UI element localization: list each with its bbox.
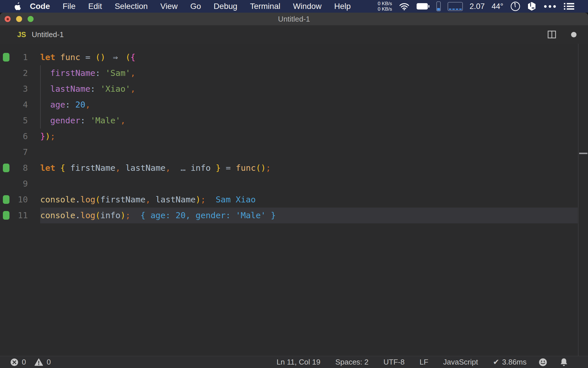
status-bar: 0 0 Ln 11, Col 19 Spaces: 2 UTF-8 LF Jav… xyxy=(0,356,588,368)
code-line-7[interactable]: 7 xyxy=(0,144,588,160)
code-token: , xyxy=(146,195,150,204)
menu-item-view[interactable]: View xyxy=(160,2,178,11)
code-line-1[interactable]: 1let func = () ⇒ ({ xyxy=(0,49,588,65)
code-token: , xyxy=(115,163,120,173)
cursor-position[interactable]: Ln 11, Col 19 xyxy=(276,358,320,367)
code-line-8[interactable]: 8let { firstName, lastName, …info } = fu… xyxy=(0,160,588,176)
task-list-icon[interactable] xyxy=(564,2,574,10)
menu-item-edit[interactable]: Edit xyxy=(88,2,102,11)
code-token: : xyxy=(90,84,95,94)
menu-item-go[interactable]: Go xyxy=(190,2,201,11)
code-line-10[interactable]: 10console.log(firstName, lastName);Sam X… xyxy=(0,192,588,208)
code-token: log xyxy=(80,210,95,220)
code-token xyxy=(120,163,125,173)
menu-item-debug[interactable]: Debug xyxy=(214,2,237,11)
code-token: } xyxy=(216,163,220,173)
line-number[interactable]: 10 xyxy=(0,192,28,208)
code-token: 20 xyxy=(75,100,85,110)
code-token: age xyxy=(50,100,65,110)
indent-guide xyxy=(40,97,41,113)
apple-menu[interactable] xyxy=(14,2,21,10)
menu-item-terminal[interactable]: Terminal xyxy=(250,2,281,11)
editor[interactable]: 1let func = () ⇒ ({2 firstName: 'Sam',3 … xyxy=(0,44,588,356)
gauge-icon[interactable] xyxy=(510,1,521,12)
perf-value: 3.86ms xyxy=(502,358,527,367)
code-line-4[interactable]: 4 age: 20, xyxy=(0,97,588,113)
code-token: console xyxy=(40,195,75,204)
code-token xyxy=(40,100,50,110)
code-token xyxy=(70,100,75,110)
code-line-5[interactable]: 5 gender: 'Male', xyxy=(0,113,588,129)
menu-bar: CodeFileEditSelectionViewGoDebugTerminal… xyxy=(0,0,588,13)
problems-indicator[interactable]: 0 0 xyxy=(10,358,56,367)
inline-output-value: Sam Xiao xyxy=(216,195,256,204)
line-number[interactable]: 5 xyxy=(0,113,28,129)
code-token xyxy=(65,163,70,173)
network-speed-widget[interactable]: 0 KB/s 0 KB/s xyxy=(378,1,392,12)
notifications-bell-icon[interactable] xyxy=(560,358,568,367)
code-token xyxy=(95,84,100,94)
code-line-content: firstName: 'Sam', xyxy=(40,65,588,81)
code-line-6[interactable]: 6}); xyxy=(0,129,588,144)
line-number[interactable]: 8 xyxy=(0,160,28,176)
code-token xyxy=(231,163,236,173)
code-token: } xyxy=(40,131,45,141)
language-mode[interactable]: JavaScript xyxy=(443,358,478,367)
code-token: 'Sam' xyxy=(105,68,130,78)
quokka-perf[interactable]: ✔ 3.86ms xyxy=(493,358,527,367)
code-token xyxy=(120,52,125,62)
cpu-bar-widget[interactable] xyxy=(436,1,441,11)
code-token: : xyxy=(65,100,70,110)
cpu-load-label[interactable]: 2.07 xyxy=(470,2,485,11)
title-bar[interactable]: Untitled-1 xyxy=(0,13,588,25)
code-line-11[interactable]: 11console.log(info);{ age: 20, gender: '… xyxy=(0,208,588,223)
scrollbar-position-marker[interactable] xyxy=(579,153,587,154)
menu-item-window[interactable]: Window xyxy=(293,2,322,11)
encoding-setting[interactable]: UTF-8 xyxy=(384,358,405,367)
line-number[interactable]: 7 xyxy=(0,144,28,160)
code-token: : xyxy=(95,68,100,78)
code-line-content: console.log(firstName, lastName);Sam Xia… xyxy=(40,192,588,208)
menu-item-file[interactable]: File xyxy=(63,2,76,11)
unsaved-changes-dot[interactable] xyxy=(571,32,577,37)
memory-widget[interactable] xyxy=(448,2,463,11)
line-number[interactable]: 11 xyxy=(0,208,28,223)
code-line-9[interactable]: 9 xyxy=(0,176,588,192)
code-token: info xyxy=(100,210,121,220)
menu-items: CodeFileEditSelectionViewGoDebugTerminal… xyxy=(30,2,351,11)
code-token: ) xyxy=(45,131,50,141)
code-line-3[interactable]: 3 lastName: 'Xiao', xyxy=(0,81,588,97)
code-token xyxy=(85,116,90,125)
split-editor-icon[interactable] xyxy=(548,30,556,39)
indentation-setting[interactable]: Spaces: 2 xyxy=(335,358,369,367)
apple-icon xyxy=(14,2,21,10)
code-token xyxy=(55,163,60,173)
cube-app-icon[interactable] xyxy=(527,2,536,11)
line-number[interactable]: 9 xyxy=(0,176,28,192)
indent-guide xyxy=(40,113,41,129)
temperature-label[interactable]: 44° xyxy=(492,2,503,11)
line-number[interactable]: 1 xyxy=(0,49,28,65)
more-icon[interactable] xyxy=(543,5,557,8)
code-token: console xyxy=(40,210,75,220)
net-down-label: 0 KB/s xyxy=(378,6,392,12)
line-number[interactable]: 4 xyxy=(0,97,28,113)
line-number[interactable]: 2 xyxy=(0,65,28,81)
line-number[interactable]: 6 xyxy=(0,129,28,144)
warning-count: 0 xyxy=(47,358,51,367)
line-number[interactable]: 3 xyxy=(0,81,28,97)
eol-setting[interactable]: LF xyxy=(419,358,428,367)
vscode-window: Untitled-1 JS Untitled-1 1let func = () … xyxy=(0,13,588,368)
code-token: func xyxy=(60,52,80,62)
code-line-content xyxy=(40,144,588,160)
code-token: lastName xyxy=(125,163,166,173)
tab-untitled-1[interactable]: JS Untitled-1 xyxy=(0,25,64,44)
battery-icon[interactable] xyxy=(416,3,430,10)
code-line-2[interactable]: 2 firstName: 'Sam', xyxy=(0,65,588,81)
wifi-icon[interactable] xyxy=(399,2,409,10)
menu-item-help[interactable]: Help xyxy=(334,2,351,11)
menu-item-selection[interactable]: Selection xyxy=(115,2,148,11)
feedback-smiley-icon[interactable] xyxy=(539,358,547,367)
menu-item-code[interactable]: Code xyxy=(30,2,50,11)
code-token: 'Xiao' xyxy=(100,84,131,94)
